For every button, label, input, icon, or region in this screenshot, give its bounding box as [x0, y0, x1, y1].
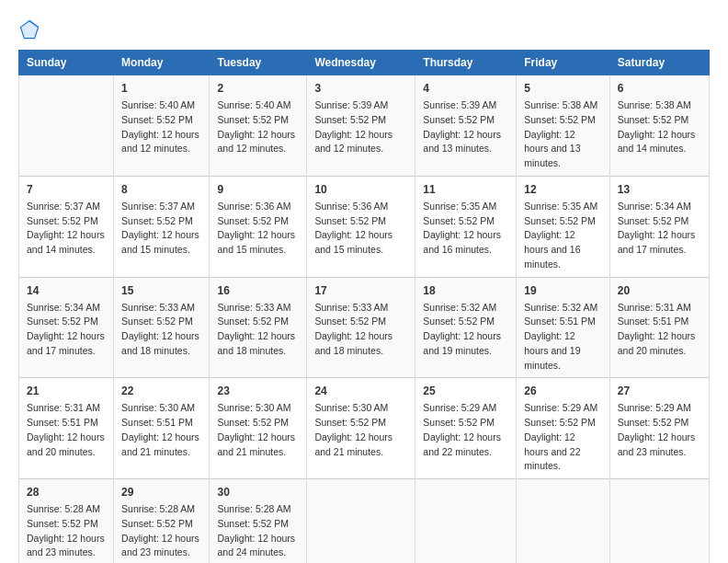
day-number: 19 — [524, 282, 602, 299]
calendar-cell: 8Sunrise: 5:37 AMSunset: 5:52 PMDaylight… — [114, 176, 210, 277]
calendar-cell — [19, 75, 114, 177]
calendar-cell: 30Sunrise: 5:28 AMSunset: 5:52 PMDayligh… — [210, 479, 307, 564]
day-info: Sunrise: 5:28 AMSunset: 5:52 PMDaylight:… — [217, 502, 299, 560]
day-info: Sunrise: 5:40 AMSunset: 5:52 PMDaylight:… — [121, 98, 201, 156]
header-monday: Monday — [114, 51, 210, 75]
day-number: 28 — [27, 484, 106, 500]
calendar-week-row: 14Sunrise: 5:34 AMSunset: 5:52 PMDayligh… — [19, 277, 710, 378]
day-number: 9 — [217, 181, 299, 198]
calendar-cell: 11Sunrise: 5:35 AMSunset: 5:52 PMDayligh… — [415, 176, 517, 277]
day-info: Sunrise: 5:34 AMSunset: 5:52 PMDaylight:… — [27, 301, 106, 359]
day-info: Sunrise: 5:28 AMSunset: 5:52 PMDaylight:… — [121, 502, 201, 560]
day-number: 26 — [524, 383, 602, 399]
header-friday: Friday — [517, 51, 610, 75]
calendar-cell: 13Sunrise: 5:34 AMSunset: 5:52 PMDayligh… — [609, 176, 709, 277]
calendar-cell: 5Sunrise: 5:38 AMSunset: 5:52 PMDaylight… — [517, 75, 610, 177]
day-number: 8 — [121, 181, 201, 198]
calendar-week-row: 1Sunrise: 5:40 AMSunset: 5:52 PMDaylight… — [19, 75, 710, 177]
day-info: Sunrise: 5:29 AMSunset: 5:52 PMDaylight:… — [423, 401, 508, 459]
calendar-cell: 12Sunrise: 5:35 AMSunset: 5:52 PMDayligh… — [517, 176, 610, 277]
day-number: 20 — [618, 282, 701, 299]
calendar-cell: 20Sunrise: 5:31 AMSunset: 5:51 PMDayligh… — [609, 277, 709, 378]
header-thursday: Thursday — [415, 51, 517, 75]
calendar-cell: 23Sunrise: 5:30 AMSunset: 5:52 PMDayligh… — [210, 378, 307, 479]
page-header — [18, 18, 710, 40]
day-info: Sunrise: 5:30 AMSunset: 5:52 PMDaylight:… — [217, 401, 299, 459]
day-info: Sunrise: 5:29 AMSunset: 5:52 PMDaylight:… — [524, 401, 602, 474]
day-info: Sunrise: 5:30 AMSunset: 5:52 PMDaylight:… — [314, 401, 407, 459]
day-info: Sunrise: 5:31 AMSunset: 5:51 PMDaylight:… — [618, 301, 701, 359]
day-info: Sunrise: 5:29 AMSunset: 5:52 PMDaylight:… — [618, 401, 701, 459]
day-number: 25 — [423, 383, 508, 399]
calendar-cell: 15Sunrise: 5:33 AMSunset: 5:52 PMDayligh… — [114, 277, 210, 378]
calendar-cell: 10Sunrise: 5:36 AMSunset: 5:52 PMDayligh… — [307, 176, 415, 277]
calendar-cell — [415, 479, 517, 564]
day-info: Sunrise: 5:36 AMSunset: 5:52 PMDaylight:… — [314, 200, 407, 258]
calendar-week-row: 7Sunrise: 5:37 AMSunset: 5:52 PMDaylight… — [19, 176, 710, 277]
calendar-cell: 4Sunrise: 5:39 AMSunset: 5:52 PMDaylight… — [415, 75, 517, 177]
day-info: Sunrise: 5:28 AMSunset: 5:52 PMDaylight:… — [27, 502, 106, 560]
header-tuesday: Tuesday — [210, 51, 307, 75]
day-number: 1 — [121, 80, 201, 97]
calendar-cell: 9Sunrise: 5:36 AMSunset: 5:52 PMDaylight… — [210, 176, 307, 277]
calendar-week-row: 28Sunrise: 5:28 AMSunset: 5:52 PMDayligh… — [19, 479, 710, 564]
day-info: Sunrise: 5:33 AMSunset: 5:52 PMDaylight:… — [121, 301, 201, 359]
day-info: Sunrise: 5:32 AMSunset: 5:51 PMDaylight:… — [524, 301, 602, 373]
day-number: 12 — [524, 181, 602, 198]
header-sunday: Sunday — [19, 51, 114, 75]
calendar-cell: 1Sunrise: 5:40 AMSunset: 5:52 PMDaylight… — [114, 75, 210, 177]
day-info: Sunrise: 5:37 AMSunset: 5:52 PMDaylight:… — [27, 200, 106, 258]
calendar-cell: 14Sunrise: 5:34 AMSunset: 5:52 PMDayligh… — [19, 277, 114, 378]
calendar-cell: 26Sunrise: 5:29 AMSunset: 5:52 PMDayligh… — [517, 378, 610, 479]
day-number: 22 — [121, 383, 201, 399]
day-info: Sunrise: 5:35 AMSunset: 5:52 PMDaylight:… — [524, 200, 602, 272]
calendar-cell: 6Sunrise: 5:38 AMSunset: 5:52 PMDaylight… — [609, 75, 709, 177]
calendar-week-row: 21Sunrise: 5:31 AMSunset: 5:51 PMDayligh… — [19, 378, 710, 479]
calendar-cell: 29Sunrise: 5:28 AMSunset: 5:52 PMDayligh… — [114, 479, 210, 564]
calendar-table: SundayMondayTuesdayWednesdayThursdayFrid… — [18, 50, 710, 563]
calendar-cell: 24Sunrise: 5:30 AMSunset: 5:52 PMDayligh… — [307, 378, 415, 479]
day-number: 14 — [27, 282, 106, 299]
day-info: Sunrise: 5:33 AMSunset: 5:52 PMDaylight:… — [314, 301, 407, 359]
day-number: 15 — [121, 282, 201, 299]
day-info: Sunrise: 5:38 AMSunset: 5:52 PMDaylight:… — [524, 98, 602, 171]
day-number: 4 — [423, 80, 508, 97]
day-number: 13 — [618, 181, 701, 198]
day-number: 17 — [314, 282, 407, 299]
day-info: Sunrise: 5:39 AMSunset: 5:52 PMDaylight:… — [423, 98, 508, 156]
header-saturday: Saturday — [609, 51, 709, 75]
calendar-cell: 16Sunrise: 5:33 AMSunset: 5:52 PMDayligh… — [210, 277, 307, 378]
day-number: 30 — [217, 484, 299, 500]
calendar-cell: 7Sunrise: 5:37 AMSunset: 5:52 PMDaylight… — [19, 176, 114, 277]
day-info: Sunrise: 5:30 AMSunset: 5:51 PMDaylight:… — [121, 401, 201, 459]
day-info: Sunrise: 5:36 AMSunset: 5:52 PMDaylight:… — [217, 200, 299, 258]
calendar-header-row: SundayMondayTuesdayWednesdayThursdayFrid… — [19, 51, 710, 75]
day-info: Sunrise: 5:34 AMSunset: 5:52 PMDaylight:… — [618, 200, 701, 258]
day-info: Sunrise: 5:40 AMSunset: 5:52 PMDaylight:… — [217, 98, 299, 156]
day-number: 3 — [314, 80, 407, 97]
calendar-cell — [517, 479, 610, 564]
day-number: 7 — [27, 181, 106, 198]
day-number: 23 — [217, 383, 299, 399]
calendar-cell — [307, 479, 415, 564]
day-number: 27 — [618, 383, 701, 399]
day-number: 5 — [524, 80, 602, 97]
calendar-cell: 19Sunrise: 5:32 AMSunset: 5:51 PMDayligh… — [517, 277, 610, 378]
calendar-cell: 28Sunrise: 5:28 AMSunset: 5:52 PMDayligh… — [19, 479, 114, 564]
logo-icon — [18, 18, 40, 40]
day-number: 29 — [121, 484, 201, 500]
day-info: Sunrise: 5:31 AMSunset: 5:51 PMDaylight:… — [27, 401, 106, 459]
day-number: 24 — [314, 383, 407, 399]
day-number: 6 — [618, 80, 701, 97]
day-number: 11 — [423, 181, 508, 198]
day-number: 2 — [217, 80, 299, 97]
calendar-cell: 18Sunrise: 5:32 AMSunset: 5:52 PMDayligh… — [415, 277, 517, 378]
day-info: Sunrise: 5:33 AMSunset: 5:52 PMDaylight:… — [217, 301, 299, 359]
logo — [18, 18, 44, 40]
calendar-cell: 3Sunrise: 5:39 AMSunset: 5:52 PMDaylight… — [307, 75, 415, 177]
day-number: 16 — [217, 282, 299, 299]
day-number: 21 — [27, 383, 106, 399]
calendar-cell: 17Sunrise: 5:33 AMSunset: 5:52 PMDayligh… — [307, 277, 415, 378]
calendar-cell — [609, 479, 709, 564]
header-wednesday: Wednesday — [307, 51, 415, 75]
